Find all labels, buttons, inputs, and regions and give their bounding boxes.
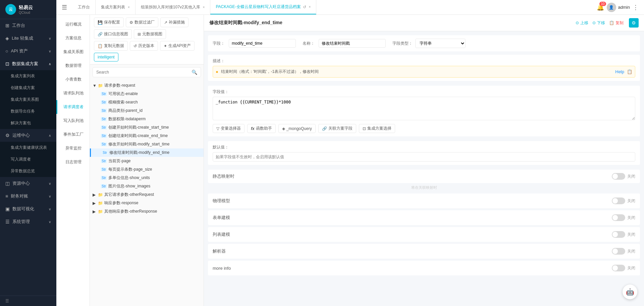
sidebar-item-data-export[interactable]: 数据导出任务 xyxy=(0,105,56,117)
move-up-btn[interactable]: ⊙ 上移 xyxy=(576,20,588,26)
field-meta-row: 字段： 名称： 字段类型： 字符串 xyxy=(208,35,640,51)
tab-unpack[interactable]: 组装拆卸入库对接107v2其他入库 × xyxy=(136,0,211,14)
sidebar-item-create-solution[interactable]: 创建集成方案 xyxy=(0,82,56,94)
tree-item-page[interactable]: Str 当前页-page xyxy=(90,157,204,165)
tree-item-parent-id[interactable]: Str 商品类别-parent_id xyxy=(90,106,204,115)
form-build-switch[interactable] xyxy=(612,214,625,221)
sidebar-item-data-viz[interactable]: ▣ 数据可视化 ∨ xyxy=(0,203,56,215)
user-menu[interactable]: 👤 admin xyxy=(607,3,630,12)
sidebar-item-system[interactable]: ☰ 系统管理 ∨ xyxy=(0,215,56,228)
tree-folder-request[interactable]: ▼ 📁 请求参数-request xyxy=(90,81,204,90)
field-name-input[interactable] xyxy=(229,39,296,48)
history-button[interactable]: ↺ 历史版本 xyxy=(130,41,158,51)
intelligent-button[interactable]: intelligent xyxy=(94,53,118,61)
tree-item-enable[interactable]: Str 可用状态-enable xyxy=(90,90,204,98)
static-mapping-switch[interactable] xyxy=(612,173,625,180)
func-helper-btn[interactable]: fx 函数助手 xyxy=(247,124,276,133)
sidebar-item-lite[interactable]: ◈ Lite 轻集成 ∨ xyxy=(0,32,56,45)
save-config-button[interactable]: 💾 保存配置 xyxy=(94,17,124,27)
nav-event-factory[interactable]: 事件加工厂 xyxy=(56,128,90,141)
nav-log-mgmt[interactable]: 日志管理 xyxy=(56,155,90,169)
tree-item-modify-start-time[interactable]: Str 修改开始时间戳-modify_start_time xyxy=(90,140,204,148)
nav-write-queue[interactable]: 写入队列池 xyxy=(56,114,90,128)
list-build-switch[interactable] xyxy=(612,231,625,238)
sidebar-item-finance[interactable]: ≡ 财务对账 ∨ xyxy=(0,190,56,203)
nav-overview[interactable]: 运行概况 xyxy=(56,17,90,31)
close-icon[interactable]: × xyxy=(128,5,130,9)
mongo-query-btn[interactable]: ◈ _mongoQuery xyxy=(278,124,316,133)
sidebar-item-write-schedule[interactable]: 写入调度者 xyxy=(0,154,56,165)
sidebar-item-health-status[interactable]: 集成方案健康状况表 xyxy=(0,142,56,154)
var-selector-btn[interactable]: ▽ 变量选择器 xyxy=(213,124,245,133)
supplement-icon: ↗ xyxy=(164,20,167,25)
close-icon[interactable]: × xyxy=(309,5,311,9)
physical-model-switch[interactable] xyxy=(612,198,625,204)
tab-package[interactable]: PACKAGE-全蝶云星辰物料写入旺店通货品档案 ↺ × xyxy=(210,0,316,14)
tree-folder-other-request[interactable]: ▶ 📁 其它请求参数-otherRequest xyxy=(90,190,204,199)
reload-icon[interactable]: ↺ xyxy=(303,5,306,9)
nav-solution-info[interactable]: 方案信息 xyxy=(56,31,90,45)
interface-info-button[interactable]: 🔗 接口信息视图 xyxy=(94,29,132,39)
help-link[interactable]: Help xyxy=(615,69,624,74)
data-viz-icon: ▣ xyxy=(5,206,10,212)
tab-workspace[interactable]: 工作台 xyxy=(72,0,96,14)
default-row: 默认值： xyxy=(208,141,640,165)
sidebar-item-solution-list[interactable]: 集成方案列表 xyxy=(0,70,56,82)
search-input[interactable] xyxy=(96,70,192,75)
physical-model-toggle: 关闭 xyxy=(612,198,635,204)
tree-item-modify-end-time[interactable]: Str 修改结束时间戳-modify_end_time xyxy=(90,148,204,157)
related-field-btn[interactable]: 🔗 关联方案字段 xyxy=(318,124,356,133)
hamburger-icon[interactable]: ☰ xyxy=(56,4,72,11)
assistant-btn[interactable]: 🤖 xyxy=(623,285,637,299)
nav-request-debugger[interactable]: 请求调度者 xyxy=(56,100,90,114)
sidebar-item-api[interactable]: ○ API 资产 ∨ xyxy=(0,45,56,57)
nav-abnormal-monitor[interactable]: 异常监控 xyxy=(56,141,90,155)
parser-switch[interactable] xyxy=(612,248,625,255)
gen-api-button[interactable]: ✦ 生成API资产 xyxy=(160,41,195,51)
tree-folder-response[interactable]: ▶ 📁 响应参数-response xyxy=(90,199,204,207)
nav-integration-map[interactable]: 集成关系图 xyxy=(56,45,90,59)
close-icon[interactable]: × xyxy=(203,5,205,9)
tree-item-create-end-time[interactable]: Str 创建结束时间戳-create_end_time xyxy=(90,132,204,140)
settings-button[interactable]: ⚙ xyxy=(629,18,639,28)
sidebar-collapse-btn[interactable]: ☰ xyxy=(0,296,56,306)
nav-request-schedule[interactable]: 小青查数 xyxy=(56,73,90,86)
move-down-btn[interactable]: ⊙ 下移 xyxy=(592,20,605,26)
data-filter-button[interactable]: ⚙ 数据过滤厂 xyxy=(126,17,158,27)
related-icon: 🔗 xyxy=(322,126,327,131)
filter-icon: ⚙ xyxy=(129,20,133,25)
field-value-input[interactable]: _function {{CURRENT_TIME}}*1000 xyxy=(213,97,635,120)
sidebar-item-resources[interactable]: ◫ 资源中心 ∨ xyxy=(0,177,56,190)
folder-icon: 📁 xyxy=(98,209,103,214)
nav-request-queue[interactable]: 请求队列池 xyxy=(56,86,90,100)
default-value-input[interactable] xyxy=(213,152,635,162)
tab-solution-list[interactable]: 集成方案列表 × xyxy=(96,0,136,14)
sidebar-item-operations[interactable]: ⚙ 运维中心 ∧ xyxy=(0,129,56,142)
tree-item-show-images[interactable]: Str 图片信息-show_images xyxy=(90,182,204,190)
copy-field-btn[interactable]: 📋 复制 xyxy=(609,20,624,26)
display-name-input[interactable] xyxy=(319,39,386,48)
notification-btn[interactable]: 🔔 10 xyxy=(597,4,604,11)
tree-folder-other-response[interactable]: ▶ 📁 其他响应参数-otherResponse xyxy=(90,207,204,216)
list-build-toggle: 关闭 xyxy=(612,231,635,238)
more-info-switch[interactable] xyxy=(612,265,625,271)
sidebar-item-workspace[interactable]: ⊞ 工作台 xyxy=(0,19,56,32)
copy-desc-icon[interactable]: 📋 xyxy=(627,69,632,74)
meta-view-button[interactable]: ⊞ 元数据视图 xyxy=(134,29,166,39)
copy-data-button[interactable]: 📋 复制元数据 xyxy=(94,41,128,51)
tree-item-page-size[interactable]: Str 每页提示条数-page_size xyxy=(90,165,204,174)
sidebar-item-data-integration[interactable]: ⊡ 数据集成方案 ∧ xyxy=(0,57,56,70)
nav-data-mgmt[interactable]: 数据管理 xyxy=(56,59,90,73)
tree-item-create-start-time[interactable]: Str 创建开始时间戳-create_start_time xyxy=(90,123,204,132)
solution-select-btn[interactable]: ⊡ 集成方案选择 xyxy=(359,124,395,133)
tree-item-show-units[interactable]: Str 多单位信息-show_units xyxy=(90,174,204,182)
sidebar-item-solution-map[interactable]: 集成方案关系图 xyxy=(0,94,56,105)
tree-item-search[interactable]: Str 模糊搜索-search xyxy=(90,98,204,106)
sidebar-item-abnormal-data[interactable]: 异常数据总览 xyxy=(0,165,56,177)
field-type-select[interactable]: 字符串 xyxy=(415,39,466,48)
field-name-label: 字段： xyxy=(213,41,226,46)
sidebar-item-solution-pkg[interactable]: 解决方案包 xyxy=(0,117,56,129)
tree-item-isdataperm[interactable]: Str 数据权限-isdataperm xyxy=(90,115,204,123)
supplement-button[interactable]: ↗ 补漏措施 xyxy=(160,17,189,27)
more-icon[interactable]: ⋮ xyxy=(633,4,639,11)
